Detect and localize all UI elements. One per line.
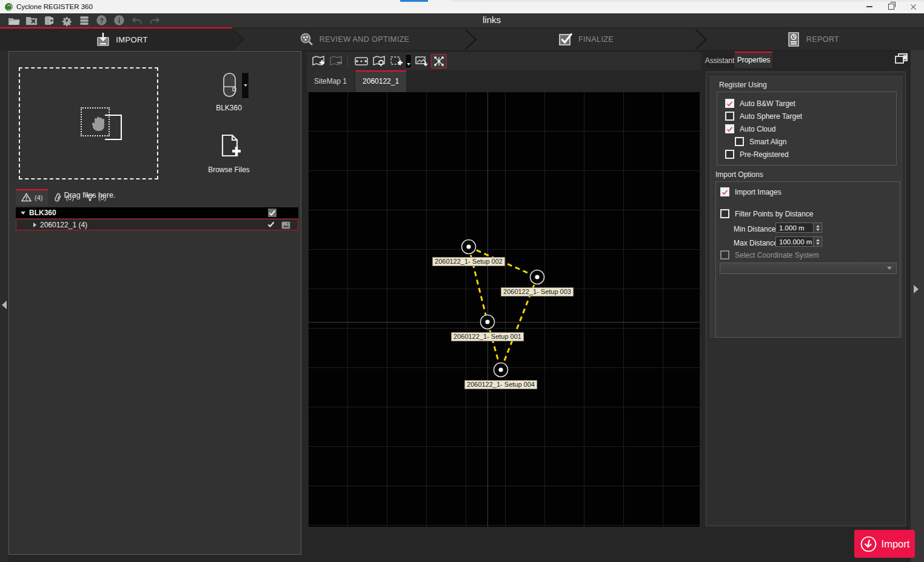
redo-button[interactable] bbox=[146, 14, 162, 27]
import-button[interactable]: Import bbox=[854, 530, 915, 558]
max-distance-stepper[interactable] bbox=[814, 236, 822, 247]
thumbnail-icon[interactable] bbox=[281, 221, 290, 231]
setup-point-002[interactable] bbox=[462, 240, 476, 254]
setup-link[interactable] bbox=[487, 322, 501, 370]
tree-row-label: BLK360 bbox=[29, 209, 56, 217]
device-dropdown[interactable] bbox=[241, 72, 249, 99]
register-option-label: Auto B&W Target bbox=[740, 99, 795, 108]
import-step-icon bbox=[95, 32, 111, 47]
coordinate-system-dropdown[interactable] bbox=[720, 263, 897, 274]
map-pin-button[interactable] bbox=[371, 54, 387, 69]
remove-sitemap-button[interactable] bbox=[328, 54, 344, 69]
attachment-tab-2[interactable]: (0) bbox=[79, 189, 112, 206]
attachment-tab-count: (0) bbox=[65, 194, 73, 201]
caret-right-icon[interactable] bbox=[33, 222, 36, 227]
min-distance-stepper[interactable] bbox=[814, 222, 822, 233]
review-step-icon bbox=[299, 32, 315, 47]
storage-button[interactable] bbox=[76, 14, 92, 27]
filter-points-checkbox[interactable] bbox=[720, 209, 729, 218]
tab-assistant[interactable]: Assistant bbox=[706, 53, 734, 68]
register-option[interactable]: Auto Sphere Target bbox=[725, 112, 891, 121]
setup-label-004[interactable]: 2060122_1- Setup 004 bbox=[464, 380, 537, 389]
step-down-icon bbox=[816, 229, 820, 231]
settings-gear-button[interactable] bbox=[58, 14, 75, 27]
tree-row[interactable]: 2060122_1 (4) bbox=[16, 219, 298, 230]
select-cs-option[interactable]: Select Coordinate System bbox=[720, 250, 819, 259]
open-project-button[interactable] bbox=[5, 14, 22, 27]
register-option[interactable]: Auto B&W Target bbox=[725, 99, 891, 108]
register-option-checkbox[interactable] bbox=[725, 99, 734, 108]
setup-label-001[interactable]: 2060122_1- Setup 001 bbox=[451, 332, 524, 341]
help-button[interactable]: ? bbox=[93, 14, 110, 27]
setup-point-003[interactable] bbox=[531, 270, 544, 284]
drag-drop-zone[interactable]: Drag files here. bbox=[19, 67, 158, 179]
attachment-tab-0[interactable]: (4) bbox=[16, 189, 48, 206]
sitemap-toolbar bbox=[307, 52, 701, 70]
sitemap-tab-strip: SiteMap 12060122_1 bbox=[307, 70, 701, 92]
close-button[interactable] bbox=[902, 0, 924, 13]
pano-view-button[interactable] bbox=[353, 54, 369, 69]
min-distance-input[interactable]: 1.000 m bbox=[775, 222, 814, 233]
titlebar: Cyclone REGISTER 360 bbox=[0, 0, 924, 13]
select-area-button[interactable] bbox=[389, 54, 404, 69]
import-images-checkbox[interactable] bbox=[720, 187, 729, 196]
setup-point-004[interactable] bbox=[494, 363, 508, 377]
setup-point-001[interactable] bbox=[481, 315, 495, 329]
undo-icon bbox=[132, 16, 142, 25]
workflow-step-report[interactable]: REPORT bbox=[701, 28, 924, 50]
select-cs-checkbox[interactable] bbox=[720, 250, 729, 259]
import-images-option[interactable]: Import Images bbox=[720, 187, 782, 196]
tab-properties[interactable]: Properties bbox=[735, 52, 772, 68]
blk360-device-button[interactable] bbox=[218, 72, 241, 101]
workflow-step-import[interactable]: IMPORT bbox=[0, 28, 243, 50]
register-option-checkbox[interactable] bbox=[725, 150, 734, 159]
row-checkbox[interactable] bbox=[268, 209, 276, 217]
minimize-button[interactable] bbox=[859, 0, 880, 13]
setup-label-003[interactable]: 2060122_1- Setup 003 bbox=[501, 287, 574, 296]
sitemap-tab-sitemap-1[interactable]: SiteMap 1 bbox=[307, 70, 354, 92]
tool-dropdown[interactable] bbox=[405, 54, 412, 69]
image-export-icon bbox=[415, 55, 428, 67]
storage-icon bbox=[79, 16, 90, 25]
register-option-label: Pre-Registered bbox=[740, 150, 789, 159]
svg-text:?: ? bbox=[99, 17, 104, 24]
register-option-checkbox[interactable] bbox=[725, 112, 734, 121]
max-distance-label: Max Distance bbox=[734, 239, 778, 247]
import-project-button[interactable] bbox=[41, 14, 57, 27]
sitemap-canvas[interactable]: 2060122_1- Setup 0022060122_1- Setup 003… bbox=[309, 92, 700, 527]
collapse-left-arrow[interactable] bbox=[2, 301, 7, 309]
caret-down-icon[interactable] bbox=[21, 212, 25, 215]
tree-row[interactable]: BLK360 bbox=[16, 207, 298, 218]
help-icon: ? bbox=[96, 15, 107, 26]
sitemap-tab-label: SiteMap 1 bbox=[314, 77, 347, 85]
layout-windows-icon[interactable] bbox=[894, 52, 909, 68]
workflow-step-finalize[interactable]: FINALIZE bbox=[470, 28, 701, 50]
workflow-bar: IMPORTREVIEW AND OPTIMIZEFINALIZEREPORT bbox=[0, 28, 924, 51]
browse-files-button[interactable] bbox=[218, 134, 242, 163]
add-sitemap-button[interactable] bbox=[310, 54, 326, 69]
collapse-right-arrow[interactable] bbox=[914, 285, 919, 293]
attachment-tab-1[interactable]: (0) bbox=[48, 189, 79, 206]
filter-points-option[interactable]: Filter Points by Distance bbox=[720, 209, 813, 218]
undo-button[interactable] bbox=[129, 14, 145, 27]
register-option[interactable]: Auto Cloud bbox=[725, 124, 891, 133]
register-option-checkbox[interactable] bbox=[725, 124, 734, 133]
step-up-icon bbox=[816, 225, 820, 227]
row-checkmark[interactable] bbox=[267, 221, 275, 228]
register-option-checkbox[interactable] bbox=[735, 137, 744, 146]
import-options-group: Import Images Filter Points by Distance … bbox=[715, 181, 900, 338]
register-option[interactable]: Pre-Registered bbox=[725, 150, 891, 159]
close-project-button[interactable] bbox=[23, 14, 39, 27]
links-view-button[interactable] bbox=[431, 54, 447, 69]
sitemap-tab-2060122_1[interactable]: 2060122_1 bbox=[355, 70, 406, 92]
min-distance-label: Min Distance bbox=[734, 225, 775, 233]
about-button[interactable] bbox=[111, 14, 127, 27]
max-distance-input[interactable]: 100.000 m bbox=[775, 236, 814, 247]
setup-label-002[interactable]: 2060122_1- Setup 002 bbox=[432, 257, 505, 266]
window-controls bbox=[859, 0, 924, 13]
image-export-button[interactable] bbox=[413, 54, 429, 69]
register-option[interactable]: Smart Align bbox=[735, 137, 891, 146]
restore-button[interactable] bbox=[880, 0, 902, 13]
workflow-step-review-and-optimize[interactable]: REVIEW AND OPTIMIZE bbox=[238, 28, 470, 50]
scan-tree: BLK3602060122_1 (4) bbox=[16, 207, 298, 230]
